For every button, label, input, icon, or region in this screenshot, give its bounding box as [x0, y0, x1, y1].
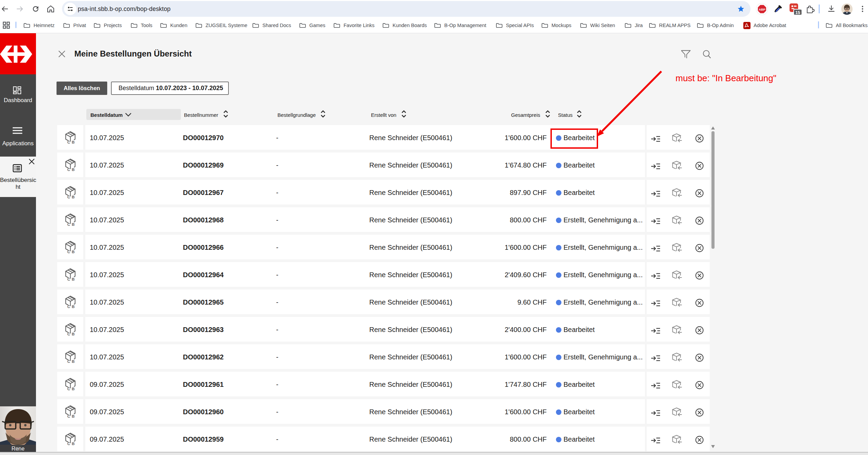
svg-text:C: C — [67, 222, 70, 226]
svg-text:C: C — [67, 332, 70, 336]
svg-text:B: B — [72, 140, 74, 144]
svg-text:B: B — [72, 195, 74, 199]
svg-text:C: C — [67, 414, 70, 418]
svg-text:B: B — [72, 222, 74, 226]
svg-text:B: B — [72, 414, 74, 418]
svg-text:B: B — [72, 305, 74, 308]
svg-text:B: B — [72, 168, 74, 171]
svg-text:B: B — [72, 442, 74, 445]
svg-text:C: C — [67, 250, 70, 254]
svg-text:B: B — [72, 387, 74, 391]
svg-text:C: C — [67, 195, 70, 199]
svg-text:C: C — [67, 442, 70, 445]
svg-text:B: B — [72, 250, 74, 254]
svg-text:ABP: ABP — [759, 8, 765, 11]
svg-text:B: B — [72, 359, 74, 363]
svg-text:C: C — [67, 305, 70, 308]
svg-text:C: C — [67, 277, 70, 281]
svg-text:B: B — [72, 277, 74, 281]
svg-text:C: C — [67, 140, 70, 144]
svg-text:B: B — [72, 332, 74, 336]
svg-text:C: C — [67, 359, 70, 363]
svg-text:C: C — [67, 387, 70, 391]
svg-text:C: C — [67, 168, 70, 171]
